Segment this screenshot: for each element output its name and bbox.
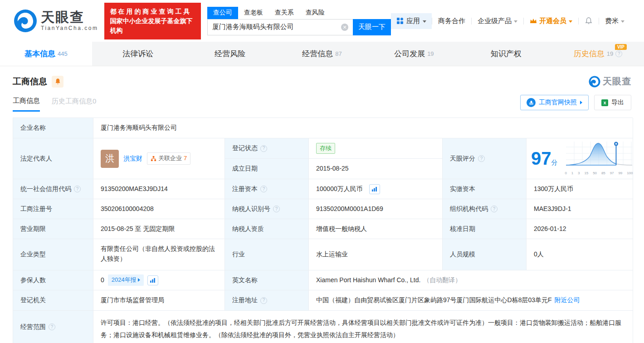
field-label-company-type: 企业类型 [13, 239, 93, 270]
chevron-down-icon [569, 20, 572, 23]
official-snapshot-button[interactable]: 工商官网快照 [520, 95, 589, 110]
field-value-company-type: 有限责任公司（非自然人投资或控股的法人独资） [93, 239, 225, 270]
tab-legal-proceedings[interactable]: 法律诉讼 [92, 42, 184, 66]
search-button[interactable]: 天眼一下 [353, 19, 391, 35]
annual-report-badge[interactable]: 2024年报 [108, 274, 144, 285]
search-tab-boss[interactable]: 查老板 [238, 7, 269, 19]
report-badge-label: 2024年报 [112, 275, 137, 284]
field-value-establish-date: 2015-08-25 [309, 159, 443, 179]
help-icon[interactable]: ? [49, 323, 55, 330]
legal-rep-avatar[interactable]: 洪 [101, 150, 119, 168]
search-area: 查公司 查老板 查关系 查风险 ✕ 天眼一下 [207, 7, 391, 35]
company-type: 有限责任公司（非自然人投资或控股的法人独资） [101, 245, 215, 262]
tab-intellectual-property[interactable]: 知识产权 [460, 42, 552, 66]
label-text: 企业名称 [20, 123, 46, 133]
help-icon[interactable]: ? [273, 206, 280, 212]
tab-history-info[interactable]: VIP 历史信息 19 ? [552, 42, 644, 66]
apps-menu-button[interactable]: 应用 [391, 13, 432, 29]
slogan-line1: 都在用的商业查询工具 [110, 7, 195, 16]
help-icon[interactable]: ? [478, 155, 485, 162]
tab-operation-info[interactable]: 经营信息 87 [276, 42, 368, 66]
chevron-down-icon [621, 20, 624, 23]
field-value-credit-code: 91350200MAE3J9DJ14 [93, 179, 225, 199]
field-value-english-name: Xiamen Port Haishun Wharf Co., Ltd. （自动翻… [309, 270, 633, 290]
help-icon[interactable]: ? [260, 297, 267, 304]
search-tab-risk[interactable]: 查风险 [300, 7, 331, 19]
field-label-paid-capital: 实缴资本 [443, 179, 527, 199]
tianyancha-logo[interactable]: 天眼查 TianYanCha.com [14, 9, 98, 33]
subtab-history-business-info[interactable]: 历史工商信息0 [52, 97, 96, 111]
tab-operation-risk[interactable]: 经营风险 [184, 42, 276, 66]
label-text: 纳税人识别号 [232, 204, 270, 214]
chevron-down-icon [514, 20, 517, 23]
nav-cooperation[interactable]: 商务合作 [432, 17, 471, 25]
search-tabs: 查公司 查老板 查关系 查风险 [207, 7, 391, 19]
search-tab-company[interactable]: 查公司 [207, 7, 238, 19]
slogan-line2: 国家中小企业发展子基金旗下机构 [110, 16, 195, 35]
capital-trend-chart-icon[interactable] [369, 184, 380, 194]
nearby-companies-link[interactable]: 附近公司 [555, 295, 580, 305]
clear-search-icon[interactable]: ✕ [341, 24, 348, 31]
field-label-industry: 行业 [225, 239, 309, 270]
nav-open-vip[interactable]: 开通会员 [524, 17, 578, 25]
label-text: 组织机构代码 [450, 204, 488, 214]
enterprise-label: 企业级产品 [478, 17, 512, 25]
auto-translate-note: （自动翻译） [423, 275, 461, 285]
chevron-down-icon [423, 20, 426, 23]
reg-number: 350206100004208 [101, 204, 154, 214]
help-icon[interactable]: ? [260, 145, 267, 152]
apps-label: 应用 [406, 17, 420, 25]
help-icon[interactable]: ? [74, 186, 81, 192]
tab-company-development[interactable]: 公司发展 19 [368, 42, 460, 66]
notifications-button[interactable] [579, 17, 599, 25]
search-input[interactable] [207, 19, 353, 35]
field-value-reg-number: 350206100004208 [93, 199, 225, 219]
score-distribution-chart[interactable]: 0131550859799100 [565, 141, 633, 176]
field-value-staff-size: 0人 [527, 239, 633, 270]
main-content: 工商信息 天眼查 工商信息 历史工商信息0 工商官网快照 [0, 75, 644, 343]
label-text: 英文名称 [232, 275, 258, 285]
tab-basic-info[interactable]: 基本信息 445 [0, 42, 92, 66]
monitor-bell-button[interactable] [52, 76, 63, 88]
user-menu[interactable]: 费米 [599, 17, 630, 25]
vip-label: 开通会员 [539, 17, 566, 25]
field-label-insured-count: 参保人数 [13, 270, 93, 290]
legal-rep-name-link[interactable]: 洪宝财 [123, 154, 142, 164]
field-value-reg-status: 存续 [309, 138, 443, 159]
label-text: 登记机关 [20, 295, 46, 305]
insured-trend-chart-icon[interactable] [147, 275, 158, 285]
label-text: 实缴资本 [450, 184, 475, 194]
tab-label: 法律诉讼 [122, 49, 153, 59]
field-value-paid-capital: 1300万人民币 [527, 179, 633, 199]
label-text: 营业期限 [20, 224, 46, 234]
help-icon[interactable]: ? [491, 206, 498, 212]
field-label-staff-size: 人员规模 [443, 239, 527, 270]
tab-label: 公司发展 [394, 49, 425, 59]
org-code: MAE3J9DJ-1 [534, 204, 571, 214]
org-chart-icon [151, 156, 156, 162]
help-icon[interactable]: ? [260, 186, 267, 192]
nav-enterprise-products[interactable]: 企业级产品 [472, 17, 523, 25]
reg-capital: 100000万人民币 [316, 184, 363, 194]
tab-count: 87 [335, 50, 342, 57]
search-tab-relation[interactable]: 查关系 [269, 7, 300, 19]
field-value-industry: 水上运输业 [309, 239, 443, 270]
watermark-text: 天眼查 [603, 75, 631, 88]
snapshot-label: 工商官网快照 [539, 98, 577, 107]
help-icon[interactable]: ? [615, 50, 622, 57]
cooperation-label: 商务合作 [438, 17, 465, 25]
tab-count: 19 [607, 50, 613, 57]
vip-badge: VIP [615, 44, 627, 50]
tab-label: 经营信息 [302, 49, 333, 59]
tab-label: 基本信息 [24, 49, 55, 59]
field-label-english-name: 英文名称 [225, 270, 309, 290]
business-scope: 许可项目：港口经营。（依法须经批准的项目，经相关部门批准后方可开展经营活动，具体… [101, 319, 621, 338]
subtab-business-info[interactable]: 工商信息 [13, 97, 40, 112]
apps-grid-icon [396, 17, 404, 24]
related-count: 7 [184, 154, 187, 163]
approval-date: 2026-01-12 [534, 224, 566, 234]
field-label-taxpayer-id: 纳税人识别号 ? [225, 199, 309, 219]
excel-icon: x [601, 99, 608, 106]
export-button[interactable]: x 导出 [594, 95, 631, 110]
related-companies-badge[interactable]: 关联企业 7 [147, 152, 190, 164]
